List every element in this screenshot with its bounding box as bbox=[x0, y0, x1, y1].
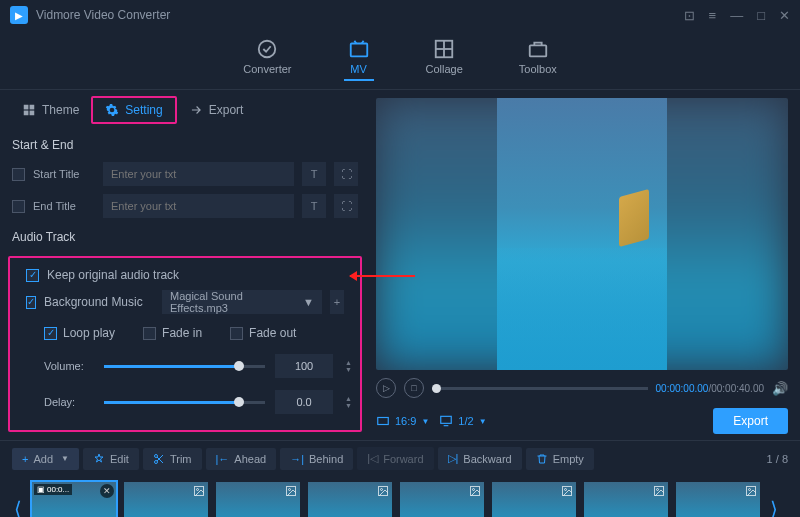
aspect-ratio-select[interactable]: 16:9 ▼ bbox=[376, 414, 429, 428]
thumbnail-6[interactable] bbox=[492, 482, 576, 517]
start-title-expand-button[interactable]: ⛶ bbox=[334, 162, 358, 186]
fade-in-checkbox[interactable] bbox=[143, 327, 156, 340]
tab-toolbox[interactable]: Toolbox bbox=[515, 36, 561, 81]
add-music-button[interactable]: + bbox=[330, 290, 344, 314]
svg-rect-5 bbox=[530, 45, 547, 56]
subtab-setting-label: Setting bbox=[125, 103, 162, 117]
svg-point-26 bbox=[565, 489, 567, 491]
volume-input[interactable]: 100 bbox=[275, 354, 333, 378]
scale-select[interactable]: 1/2 ▼ bbox=[439, 414, 486, 428]
keep-original-label: Keep original audio track bbox=[47, 268, 179, 282]
empty-button[interactable]: Empty bbox=[526, 448, 594, 470]
monitor-icon bbox=[439, 414, 453, 428]
thumbnail-2[interactable] bbox=[124, 482, 208, 517]
delay-up-button[interactable]: ▲ bbox=[345, 395, 352, 402]
menu-icon[interactable]: ≡ bbox=[709, 8, 717, 23]
thumbnail-1[interactable]: ▣ 00:0... ✕ ▷ ☆ ◯ bbox=[32, 482, 116, 517]
subtab-theme-label: Theme bbox=[42, 103, 79, 117]
thumb-duration: ▣ 00:0... bbox=[34, 484, 72, 495]
subtab-setting[interactable]: Setting bbox=[91, 96, 176, 124]
svg-point-18 bbox=[197, 489, 199, 491]
delay-label: Delay: bbox=[44, 396, 94, 408]
svg-rect-7 bbox=[30, 105, 35, 110]
thumbnail-3[interactable] bbox=[216, 482, 300, 517]
thumbnail-7[interactable] bbox=[584, 482, 668, 517]
delay-down-button[interactable]: ▼ bbox=[345, 402, 352, 409]
add-button[interactable]: +Add▼ bbox=[12, 448, 79, 470]
edit-button[interactable]: Edit bbox=[83, 448, 139, 470]
fade-out-label: Fade out bbox=[249, 326, 296, 340]
page-indicator: 1 / 8 bbox=[767, 453, 788, 465]
section-start-end: Start & End bbox=[0, 130, 370, 158]
trim-button[interactable]: Trim bbox=[143, 448, 202, 470]
start-title-input[interactable] bbox=[103, 162, 294, 186]
volume-down-button[interactable]: ▼ bbox=[345, 366, 352, 373]
behind-button[interactable]: →|Behind bbox=[280, 448, 353, 470]
bg-music-label: Background Music bbox=[44, 295, 154, 309]
stop-button[interactable]: □ bbox=[404, 378, 424, 398]
annotation-arrow bbox=[350, 275, 415, 277]
svg-rect-10 bbox=[378, 418, 389, 425]
thumb-remove-button[interactable]: ✕ bbox=[100, 484, 114, 498]
forward-button[interactable]: |◁Forward bbox=[357, 447, 433, 470]
delay-input[interactable]: 0.0 bbox=[275, 390, 333, 414]
start-title-text-style-button[interactable]: T bbox=[302, 162, 326, 186]
progress-bar[interactable] bbox=[432, 387, 648, 390]
end-title-input[interactable] bbox=[103, 194, 294, 218]
thumbnail-4[interactable] bbox=[308, 482, 392, 517]
svg-rect-6 bbox=[24, 105, 29, 110]
svg-point-20 bbox=[289, 489, 291, 491]
subtab-export-label: Export bbox=[209, 103, 244, 117]
thumb-next-button[interactable]: ⟩ bbox=[768, 497, 780, 517]
volume-slider[interactable] bbox=[104, 365, 265, 368]
feedback-icon[interactable]: ⊡ bbox=[684, 8, 695, 23]
thumbnail-8[interactable] bbox=[676, 482, 760, 517]
svg-point-24 bbox=[473, 489, 475, 491]
bg-music-select[interactable]: Magical Sound Effects.mp3 ▼ bbox=[162, 290, 322, 314]
tab-collage-label: Collage bbox=[426, 63, 463, 75]
subtab-theme[interactable]: Theme bbox=[10, 98, 91, 122]
tab-converter[interactable]: Converter bbox=[239, 36, 295, 81]
bg-music-checkbox[interactable] bbox=[26, 296, 36, 309]
mv-icon bbox=[348, 38, 370, 60]
delay-slider[interactable] bbox=[104, 401, 265, 404]
ahead-button[interactable]: |←Ahead bbox=[206, 448, 277, 470]
subtab-export[interactable]: Export bbox=[177, 98, 256, 122]
minimize-icon[interactable]: — bbox=[730, 8, 743, 23]
fade-out-checkbox[interactable] bbox=[230, 327, 243, 340]
thumbnail-5[interactable] bbox=[400, 482, 484, 517]
tab-mv[interactable]: MV bbox=[344, 36, 374, 81]
audio-track-panel: Keep original audio track Background Mus… bbox=[8, 256, 362, 432]
export-button[interactable]: Export bbox=[713, 408, 788, 434]
end-title-expand-button[interactable]: ⛶ bbox=[334, 194, 358, 218]
toolbox-icon bbox=[527, 38, 549, 60]
svg-point-0 bbox=[259, 41, 276, 58]
volume-icon[interactable]: 🔊 bbox=[772, 381, 788, 396]
volume-up-button[interactable]: ▲ bbox=[345, 359, 352, 366]
start-title-checkbox[interactable] bbox=[12, 168, 25, 181]
image-icon bbox=[561, 485, 573, 499]
preview-frame bbox=[497, 98, 667, 370]
close-icon[interactable]: ✕ bbox=[779, 8, 790, 23]
end-title-checkbox[interactable] bbox=[12, 200, 25, 213]
thumb-prev-button[interactable]: ⟨ bbox=[12, 497, 24, 517]
end-title-text-style-button[interactable]: T bbox=[302, 194, 326, 218]
start-title-label: Start Title bbox=[33, 168, 95, 180]
edit-icon bbox=[93, 453, 105, 465]
play-button[interactable]: ▷ bbox=[376, 378, 396, 398]
svg-point-22 bbox=[381, 489, 383, 491]
tab-toolbox-label: Toolbox bbox=[519, 63, 557, 75]
maximize-icon[interactable]: □ bbox=[757, 8, 765, 23]
loop-checkbox[interactable] bbox=[44, 327, 57, 340]
chevron-down-icon: ▼ bbox=[303, 296, 314, 308]
svg-rect-9 bbox=[30, 111, 35, 116]
tab-collage[interactable]: Collage bbox=[422, 36, 467, 81]
app-logo: ▶ bbox=[10, 6, 28, 24]
export-icon bbox=[189, 103, 203, 117]
section-audio-track: Audio Track bbox=[0, 222, 370, 250]
svg-rect-1 bbox=[350, 44, 367, 57]
keep-original-checkbox[interactable] bbox=[26, 269, 39, 282]
svg-rect-11 bbox=[441, 416, 452, 423]
image-icon bbox=[377, 485, 389, 499]
backward-button[interactable]: ▷|Backward bbox=[438, 447, 522, 470]
